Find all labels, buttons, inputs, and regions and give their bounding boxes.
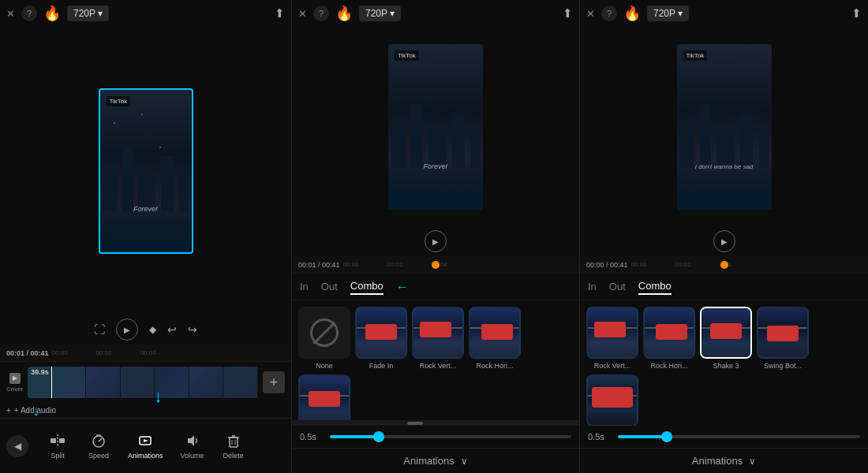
middle-thumb-shake3 [298, 374, 350, 420]
right-upload-button[interactable]: ⬆ [851, 6, 862, 20]
right-slider-track[interactable] [618, 435, 860, 438]
right-thumb-shake3 [700, 307, 752, 359]
left-undo-button[interactable]: ↩ [167, 323, 177, 336]
left-add-track-button[interactable]: + [263, 371, 285, 393]
delete-label: Delete [223, 452, 244, 460]
right-ruler-marks: 00:00 00:02 00:1 [631, 261, 732, 268]
right-fire-icon: 🔥 [623, 5, 641, 22]
right-preview-header: ✕ ? 🔥 720P▾ ⬆ [580, 0, 868, 27]
left-upload-button[interactable]: ⬆ [275, 6, 285, 20]
right-anim-zoom1[interactable]: Zoom 1 [586, 374, 638, 426]
left-current-time: 00:01 / 00:41 [6, 349, 49, 357]
combo-arrow-icon: ← [396, 280, 409, 294]
toolbar-delete[interactable]: Delete [214, 428, 253, 464]
middle-play-button[interactable]: ▶ [425, 230, 447, 252]
right-slider-area: 0.5s [580, 426, 868, 448]
left-play-button[interactable]: ▶ [116, 318, 138, 341]
right-resolution-button[interactable]: 720P▾ [647, 6, 689, 21]
middle-anim-rockvert[interactable]: Rock Vert... [412, 307, 464, 370]
left-expand-button[interactable]: ⛶ [94, 323, 105, 336]
toolbar-animations[interactable]: Animations [120, 428, 171, 464]
volume-label: Volume [181, 452, 204, 460]
right-help-button[interactable]: ? [601, 6, 617, 21]
middle-animations-panel: In Out Combo ← None [292, 274, 579, 473]
right-anim-swingbot[interactable]: Swing Bot... [757, 307, 809, 370]
right-preview-controls: ▶ [580, 226, 868, 256]
middle-tiktok-label: TikTok [395, 50, 419, 61]
middle-close-button[interactable]: ✕ [298, 8, 307, 20]
middle-fire-icon: 🔥 [335, 5, 353, 22]
middle-preview-controls: ▶ [292, 226, 579, 256]
right-anim-rockvert[interactable]: Rock Vert... [586, 307, 638, 370]
toolbar-speed[interactable]: Speed [79, 428, 118, 464]
right-thumb-zoom1 [586, 374, 638, 426]
right-anim-shake3[interactable]: Shake 3 [700, 307, 752, 370]
right-timeline-ruler: 00:00 / 00:41 00:00 00:02 00:1 [580, 256, 868, 274]
right-anim-footer: Animations ∨ [580, 448, 868, 473]
right-label-rockvert: Rock Vert... [594, 362, 631, 370]
animations-arrow-down: ↓ [33, 403, 40, 419]
left-ruler-marks: 00:00 00:02 00:04 [52, 349, 156, 356]
middle-panel: ✕ ? 🔥 720P▾ ⬆ TikTok Forever [292, 0, 580, 473]
right-anim-rockhori[interactable]: Rock Hori... [643, 307, 695, 370]
left-help-button[interactable]: ? [21, 6, 37, 21]
left-diamond-button[interactable]: ◆ [149, 324, 156, 335]
right-tiktok-label: TikTok [683, 50, 708, 61]
middle-preview-header: ✕ ? 🔥 720P▾ ⬆ [292, 0, 579, 27]
middle-help-button[interactable]: ? [313, 6, 329, 21]
back-button[interactable]: ◀ [6, 435, 28, 457]
middle-anim-grid: None Fade In [292, 300, 579, 420]
middle-anim-rockhori[interactable]: Rock Hori... [469, 307, 521, 370]
right-thumb-swingbot [757, 307, 809, 359]
left-track-wrapper: 39.9s [28, 367, 258, 398]
none-line [313, 322, 336, 345]
middle-tab-combo[interactable]: Combo [350, 278, 383, 295]
right-playhead-indicator [720, 261, 728, 269]
middle-resolution-button[interactable]: 720P▾ [359, 6, 401, 21]
toolbar-split[interactable]: Split [38, 428, 77, 464]
volume-icon [185, 433, 200, 449]
middle-tab-in[interactable]: In [300, 279, 309, 294]
right-slider-handle[interactable] [661, 431, 672, 442]
right-close-button[interactable]: ✕ [586, 8, 595, 20]
right-video-text: I don't wanna be sad [695, 163, 754, 170]
split-icon [50, 433, 65, 449]
svg-marker-7 [144, 439, 148, 442]
middle-slider-track[interactable] [330, 435, 571, 438]
right-resolution-label: 720P [653, 8, 675, 19]
toolbar-volume[interactable]: Volume [173, 428, 212, 464]
left-panel: ✕ ? 🔥 720P▾ ⬆ TikTok F [0, 0, 292, 473]
middle-anim-footer: Animations ∨ [292, 448, 579, 473]
right-tab-combo[interactable]: Combo [638, 278, 672, 295]
middle-anim-fadein[interactable]: Fade In [355, 307, 407, 370]
left-fire-icon: 🔥 [43, 5, 61, 22]
middle-anim-shake3[interactable]: Shake 3 [298, 374, 350, 420]
middle-label-rockvert: Rock Vert... [420, 362, 457, 370]
middle-chevron-down-icon[interactable]: ∨ [461, 456, 468, 467]
left-bottom-toolbar: ◀ ↓ Split Speed [0, 418, 291, 473]
middle-thumb-rockvert [412, 307, 464, 359]
middle-tab-out[interactable]: Out [321, 279, 338, 294]
right-slider-value: 0.5s [588, 432, 612, 441]
right-play-button[interactable]: ▶ [713, 230, 735, 252]
right-animations-panel: In Out Combo Rock Vert... [580, 274, 868, 473]
middle-slider-handle[interactable] [373, 431, 384, 442]
left-add-audio-button[interactable]: + + Add audio [6, 406, 56, 415]
left-redo-button[interactable]: ↪ [188, 323, 197, 336]
svg-rect-1 [59, 438, 65, 443]
none-circle [310, 318, 339, 347]
middle-label-none: None [316, 362, 333, 370]
left-video-track[interactable]: 39.9s [28, 367, 258, 398]
left-tiktok-label: TikTok [107, 96, 131, 106]
middle-upload-button[interactable]: ⬆ [563, 6, 573, 20]
right-tab-in[interactable]: In [588, 279, 597, 294]
left-close-button[interactable]: ✕ [6, 8, 15, 20]
left-video-area: TikTok Forever [0, 27, 291, 315]
right-tab-out[interactable]: Out [609, 279, 626, 294]
right-slider-fill [618, 435, 666, 438]
right-anim-tabs: In Out Combo [580, 274, 868, 300]
scroll-thumb [407, 422, 423, 425]
middle-anim-none[interactable]: None [298, 307, 350, 370]
left-resolution-button[interactable]: 720P▾ [67, 6, 109, 21]
right-chevron-down-icon[interactable]: ∨ [749, 456, 756, 467]
